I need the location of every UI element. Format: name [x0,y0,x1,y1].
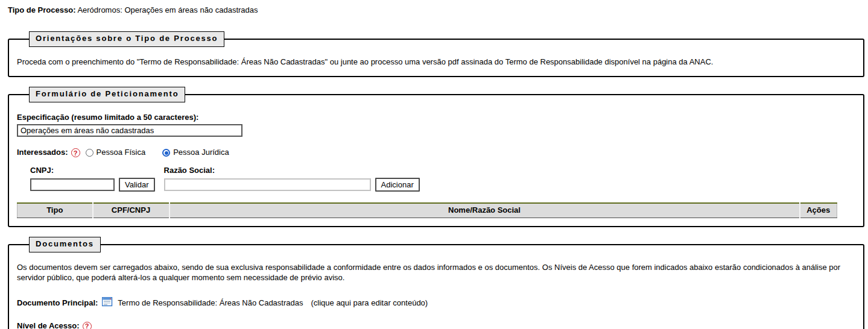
interessados-table-header-row: Tipo CPF/CNPJ Nome/Razão Social Ações [17,203,837,218]
razao-social-label: Razão Social: [164,166,420,176]
orientacoes-fieldset: Orientações sobre o Tipo de Processo Pro… [8,31,864,77]
process-type-label: Tipo de Processo: [8,5,75,14]
cnpj-field-group: CNPJ: Validar [30,166,155,192]
col-header-acoes: Ações [800,203,837,218]
document-editor-icon [102,297,113,310]
documentos-legend: Documentos [29,237,101,252]
nivel-acesso-label: Nível de Acesso: [17,321,80,329]
razao-social-field-group: Razão Social: Adicionar [164,166,420,192]
documento-principal-label: Documento Principal: [17,298,98,309]
interessados-help-icon[interactable]: ? [71,148,80,157]
validar-button[interactable]: Validar [119,178,155,192]
col-header-nome-razao-social: Nome/Razão Social [169,203,800,218]
documentos-text: Os documentos devem ser carregados abaix… [17,263,855,283]
peticionamento-legend: Formulário de Peticionamento [29,87,185,102]
cnpj-input[interactable] [30,178,115,191]
especificacao-label: Especificação (resumo limitado a 50 cara… [17,113,855,123]
especificacao-input[interactable] [17,124,242,137]
interessados-label: Interessados: [17,148,68,158]
nivel-acesso-help-icon[interactable]: ? [83,322,92,329]
adicionar-button[interactable]: Adicionar [375,178,420,192]
col-header-cpf-cnpj: CPF/CNPJ [93,203,169,218]
razao-social-input[interactable] [164,178,371,191]
radio-pessoa-fisica-label[interactable]: Pessoa Física [97,148,146,158]
process-type-line: Tipo de Processo: Aeródromos: Operações … [8,5,864,16]
documento-principal-link[interactable]: Termo de Responsabilidade: Áreas Não Cad… [102,297,428,310]
documento-principal-name: Termo de Responsabilidade: Áreas Não Cad… [118,298,303,309]
radio-pessoa-fisica[interactable] [86,149,93,157]
orientacoes-legend: Orientações sobre o Tipo de Processo [29,31,224,47]
process-type-value: Aeródromos: Operações em áreas não cadas… [77,5,258,14]
cnpj-label: CNPJ: [30,166,155,176]
interessados-table: Tipo CPF/CNPJ Nome/Razão Social Ações [17,202,837,218]
radio-pessoa-juridica-label[interactable]: Pessoa Jurídica [173,148,229,158]
peticionamento-fieldset: Formulário de Peticionamento Especificaç… [8,87,864,227]
documentos-fieldset: Documentos Os documentos devem ser carre… [8,237,864,329]
col-header-tipo: Tipo [17,203,93,218]
documento-principal-edit-hint: (clique aqui para editar conteúdo) [311,298,428,309]
radio-pessoa-juridica[interactable] [162,149,170,157]
orientacoes-text: Proceda com o preenchimento do "Termo de… [17,57,855,67]
